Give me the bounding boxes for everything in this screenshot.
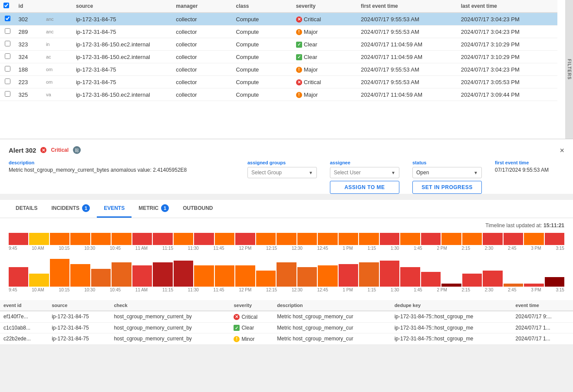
table-row[interactable]: 302 anc ip-172-31-84-75 collector Comput… bbox=[0, 13, 557, 26]
filters-sidebar[interactable]: FILTERS bbox=[565, 0, 573, 139]
tab-incidents[interactable]: INCIDENTS1 bbox=[44, 200, 97, 218]
row-first-event: 2024/07/17 9:55:53 AM bbox=[357, 13, 457, 26]
timeline-bar bbox=[50, 233, 69, 245]
assign-to-me-button[interactable]: ASSIGN TO ME bbox=[330, 181, 399, 194]
events-table-row[interactable]: c22b2ede... ip-172-31-84-75 host_cgroup_… bbox=[0, 333, 573, 345]
tab-label: METRIC bbox=[138, 205, 158, 211]
timeline-bar2 bbox=[277, 262, 296, 287]
link-icon[interactable]: ⛓ bbox=[73, 146, 81, 154]
alert-header: Alert 302 ✕ Critical ⛓ × bbox=[9, 146, 564, 154]
timeline-label2: 12:30 bbox=[292, 287, 303, 292]
alert-panel: Alert 302 ✕ Critical ⛓ × description Met… bbox=[0, 139, 573, 194]
event-source: ip-172-31-84-75 bbox=[48, 322, 110, 333]
timeline-bar2 bbox=[194, 265, 214, 287]
timeline-bar bbox=[524, 233, 543, 245]
row-checkbox[interactable] bbox=[0, 38, 15, 51]
col-class-header: class bbox=[232, 0, 292, 13]
row-source: ip-172-31-86-150.ec2.internal bbox=[72, 51, 172, 63]
row-manager: collector bbox=[172, 13, 232, 26]
timeline-label2: 11:45 bbox=[214, 287, 224, 292]
row-severity: ! Major bbox=[293, 63, 358, 76]
status-dropdown[interactable]: Open ▼ bbox=[412, 167, 482, 178]
timeline-header: Timeline last updated at: 15:11:21 bbox=[9, 222, 564, 230]
checkbox-all-header[interactable] bbox=[0, 0, 15, 13]
table-row[interactable]: 323 in ip-172-31-86-150.ec2.internal col… bbox=[0, 38, 557, 51]
events-content: Timeline last updated at: 15:11:21 9:451… bbox=[0, 218, 573, 300]
events-table-row[interactable]: ef140f7e... ip-172-31-84-75 host_cgroup_… bbox=[0, 311, 573, 322]
timeline-bar bbox=[359, 233, 379, 245]
table-row[interactable]: 324 ac ip-172-31-86-150.ec2.internal col… bbox=[0, 51, 557, 63]
row-src-short: anc bbox=[43, 26, 72, 38]
table-row[interactable]: 223 om ip-172-31-84-75 collector Compute… bbox=[0, 76, 557, 88]
timeline-label: 10:15 bbox=[59, 246, 69, 251]
first-event-value: 07/17/2024 9:55:53 AM bbox=[495, 167, 564, 173]
event-check: host_cgroup_memory_current_by bbox=[110, 333, 230, 345]
row-first-event: 2024/07/17 9:55:53 AM bbox=[357, 26, 457, 38]
event-source: ip-172-31-84-75 bbox=[48, 333, 110, 345]
timeline-bar bbox=[545, 233, 564, 245]
timeline-label: 2:45 bbox=[508, 246, 516, 251]
tab-label: DETAILS bbox=[16, 205, 37, 211]
tab-metric[interactable]: METRIC1 bbox=[132, 200, 176, 218]
events-table-row[interactable]: c1c10ab8... ip-172-31-84-75 host_cgroup_… bbox=[0, 322, 573, 333]
table-row[interactable]: 188 om ip-172-31-84-75 collector Compute… bbox=[0, 63, 557, 76]
timeline-bar2 bbox=[256, 271, 276, 287]
row-class: Compute bbox=[232, 63, 292, 76]
event-description: Metric host_cgroup_memory_cur bbox=[273, 311, 391, 322]
table-row[interactable]: 289 anc ip-172-31-84-75 collector Comput… bbox=[0, 26, 557, 38]
timeline-bar2 bbox=[50, 259, 69, 287]
timeline-label: 2:15 bbox=[462, 246, 470, 251]
event-severity: ✓ Clear bbox=[230, 322, 273, 333]
severity-icon: ✕ bbox=[296, 16, 302, 23]
row-checkbox[interactable] bbox=[0, 26, 15, 38]
tab-events[interactable]: EVENTS bbox=[97, 200, 132, 218]
timeline-label2: 2:30 bbox=[485, 287, 493, 292]
timeline-label: 11:15 bbox=[162, 246, 173, 251]
timeline-bar bbox=[112, 233, 131, 245]
timeline-label: 12 PM bbox=[239, 246, 251, 251]
assignee-field: assignee Select User ▼ bbox=[330, 160, 399, 178]
timeline-bar2 bbox=[29, 274, 49, 287]
timeline-bar bbox=[441, 233, 461, 245]
row-checkbox[interactable] bbox=[0, 51, 15, 63]
row-src-short: om bbox=[43, 76, 72, 88]
row-manager: collector bbox=[172, 38, 232, 51]
first-event-label: first event time bbox=[495, 160, 564, 165]
events-col-check: check bbox=[110, 300, 230, 311]
row-source: ip-172-31-84-75 bbox=[72, 26, 172, 38]
event-dedupe-key: ip-172-31-84-75::host_cgroup_me bbox=[391, 311, 512, 322]
row-last-event: 2024/07/17 3:10:29 PM bbox=[458, 38, 557, 51]
timeline-label2: 1:30 bbox=[391, 287, 399, 292]
timeline-bar bbox=[70, 233, 90, 245]
row-id: 223 bbox=[15, 76, 43, 88]
tab-details[interactable]: DETAILS bbox=[9, 200, 44, 218]
event-dedupe-key: ip-172-31-84-75::host_cgroup_me bbox=[391, 333, 512, 345]
close-button[interactable]: × bbox=[560, 146, 564, 155]
timeline-bar2 bbox=[483, 271, 502, 287]
timeline-label: 12:30 bbox=[292, 246, 303, 251]
row-class: Compute bbox=[232, 88, 292, 101]
row-class: Compute bbox=[232, 38, 292, 51]
row-checkbox[interactable] bbox=[0, 76, 15, 88]
timeline-bar bbox=[483, 233, 502, 245]
event-source: ip-172-31-84-75 bbox=[48, 311, 110, 322]
alerts-table: id source manager class severity first e… bbox=[0, 0, 557, 101]
timeline-top: 9:4510 AM10:1510:3010:4511 AM11:1511:301… bbox=[9, 233, 564, 253]
event-check: host_cgroup_memory_current_by bbox=[110, 311, 230, 322]
event-severity: ✕ Critical bbox=[230, 311, 273, 322]
assignee-dropdown[interactable]: Select User ▼ bbox=[330, 167, 399, 178]
timeline-label: 2:30 bbox=[485, 246, 493, 251]
row-checkbox[interactable] bbox=[0, 88, 15, 101]
row-severity: ✕ Critical bbox=[293, 76, 358, 88]
event-check: host_cgroup_memory_current_by bbox=[110, 322, 230, 333]
assigned-groups-dropdown[interactable]: Select Group ▼ bbox=[247, 167, 317, 178]
set-in-progress-button[interactable]: SET IN PROGRESS bbox=[412, 181, 482, 194]
row-checkbox[interactable] bbox=[0, 63, 15, 76]
timeline-label2: 2:15 bbox=[462, 287, 470, 292]
event-severity-icon: ✓ bbox=[234, 325, 240, 331]
tab-outbound[interactable]: OUTBOUND bbox=[176, 200, 220, 218]
tab-label: INCIDENTS bbox=[51, 205, 79, 211]
timeline-label2: 11 AM bbox=[135, 287, 148, 292]
table-row[interactable]: 325 va ip-172-31-86-150.ec2.internal col… bbox=[0, 88, 557, 101]
row-checkbox[interactable] bbox=[0, 13, 15, 26]
